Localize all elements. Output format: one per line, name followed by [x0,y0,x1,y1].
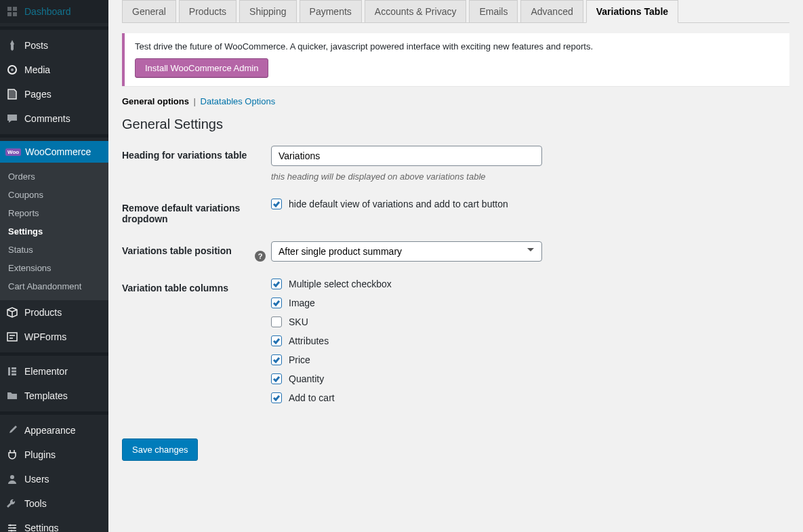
column-checkbox-label[interactable]: Attributes [289,335,329,346]
svg-rect-5 [12,371,16,373]
sidebar-label: Dashboard [24,6,71,17]
submenu-extensions[interactable]: Extensions [0,259,108,277]
wrench-icon [5,497,19,510]
svg-point-8 [9,525,12,527]
tab-shipping[interactable]: Shipping [239,0,297,22]
submenu-reports[interactable]: Reports [0,204,108,222]
svg-rect-6 [12,373,16,375]
sidebar-label: Users [24,474,49,485]
sidebar-item-media[interactable]: Media [0,58,108,82]
sidebar-label: Tools [24,498,47,509]
heading-label: Heading for variations table [122,146,271,161]
sidebar-item-templates[interactable]: Templates [0,384,108,408]
sidebar-item-dashboard[interactable]: Dashboard [0,0,108,23]
sidebar-label: Posts [24,40,48,51]
heading-input[interactable] [271,146,542,166]
svg-rect-4 [12,367,16,369]
svg-point-1 [11,68,14,71]
sidebar-label: WooCommerce [25,146,91,157]
sub-navigation: General options | Datatables Options [122,96,789,106]
separator: | [194,96,196,106]
settings-tabs: General Products Shipping Payments Accou… [122,0,789,23]
sidebar-item-woocommerce[interactable]: Woo WooCommerce [0,141,108,163]
sidebar-label: Templates [24,390,68,401]
sidebar-item-comments[interactable]: Comments [0,106,108,131]
tab-payments[interactable]: Payments [300,0,362,22]
sidebar-item-wpforms[interactable]: WPForms [0,325,108,349]
submenu-orders[interactable]: Orders [0,167,108,186]
column-checkbox-label[interactable]: Quantity [289,373,324,384]
sidebar-label: Media [24,64,50,75]
user-icon [5,472,19,486]
column-checkbox-6[interactable] [271,392,282,403]
sidebar-item-tools[interactable]: Tools [0,491,108,516]
submenu-cart-abandonment[interactable]: Cart Abandonment [0,277,108,295]
sidebar-item-products[interactable]: Products [0,300,108,325]
sidebar-label: Elementor [24,366,68,377]
submenu-coupons[interactable]: Coupons [0,186,108,204]
position-label: Variations table position [122,245,255,256]
sidebar-label: Pages [24,89,52,100]
column-checkbox-1[interactable] [271,298,282,308]
media-icon [5,63,19,77]
column-checkbox-4[interactable] [271,354,282,365]
tab-general[interactable]: General [122,0,176,22]
comments-icon [5,112,19,125]
tab-accounts-privacy[interactable]: Accounts & Privacy [365,0,467,22]
column-checkbox-label[interactable]: Price [289,354,310,365]
subsub-general-options: General options [122,96,189,106]
column-checkbox-label[interactable]: Add to cart [289,392,335,403]
sidebar-label: WPForms [24,331,66,342]
sidebar-label: Comments [24,113,70,124]
woo-icon: Woo [5,148,21,156]
column-checkbox-label[interactable]: Image [289,298,315,308]
tab-emails[interactable]: Emails [469,0,518,22]
admin-sidebar: Dashboard Posts Media Pages Comments Woo… [0,0,108,532]
remove-dropdown-checkbox-label[interactable]: hide default view of variations and add … [289,199,508,209]
tab-variations-table[interactable]: Variations Table [586,0,678,23]
form-icon [5,330,19,344]
sidebar-label: Plugins [24,449,56,460]
sidebar-item-posts[interactable]: Posts [0,33,108,58]
svg-point-9 [14,527,16,529]
help-icon[interactable]: ? [255,251,266,262]
notice-text: Test drive the future of WooCommerce. A … [135,41,779,52]
sidebar-item-appearance[interactable]: Appearance [0,418,108,443]
svg-point-7 [10,475,14,479]
plug-icon [5,448,19,462]
svg-rect-2 [7,333,17,341]
submenu-status[interactable]: Status [0,241,108,259]
column-checkbox-3[interactable] [271,335,282,346]
elementor-icon [5,365,19,378]
column-checkbox-0[interactable] [271,279,282,289]
remove-dropdown-checkbox[interactable] [271,199,282,209]
box-icon [5,306,19,319]
column-checkbox-5[interactable] [271,373,282,384]
svg-rect-3 [8,367,10,375]
pages-icon [5,87,19,101]
save-changes-button[interactable]: Save changes [122,438,198,461]
woocommerce-submenu: Orders Coupons Reports Settings Status E… [0,163,108,300]
install-wc-admin-button[interactable]: Install WooCommerce Admin [135,58,268,78]
tab-advanced[interactable]: Advanced [520,0,583,22]
admin-notice: Test drive the future of WooCommerce. A … [122,33,789,86]
position-select[interactable]: After single product summary [271,241,542,262]
submenu-settings[interactable]: Settings [0,222,108,241]
remove-dropdown-label: Remove default variations dropdown [122,199,271,224]
columns-label: Variation table columns [122,279,271,293]
sidebar-item-elementor[interactable]: Elementor [0,359,108,384]
sliders-icon [5,521,19,532]
column-checkbox-label[interactable]: SKU [289,316,308,327]
sidebar-label: Appearance [24,425,76,436]
sidebar-separator [0,26,108,30]
dashboard-icon [5,5,19,18]
subsub-datatables-options[interactable]: Datatables Options [201,96,276,106]
tab-products[interactable]: Products [179,0,236,22]
column-checkbox-2[interactable] [271,316,282,327]
sidebar-item-settings[interactable]: Settings [0,516,108,532]
column-checkbox-label[interactable]: Multiple select checkbox [289,279,392,289]
sidebar-separator [0,411,108,415]
sidebar-item-pages[interactable]: Pages [0,82,108,106]
sidebar-item-plugins[interactable]: Plugins [0,443,108,467]
sidebar-item-users[interactable]: Users [0,467,108,491]
